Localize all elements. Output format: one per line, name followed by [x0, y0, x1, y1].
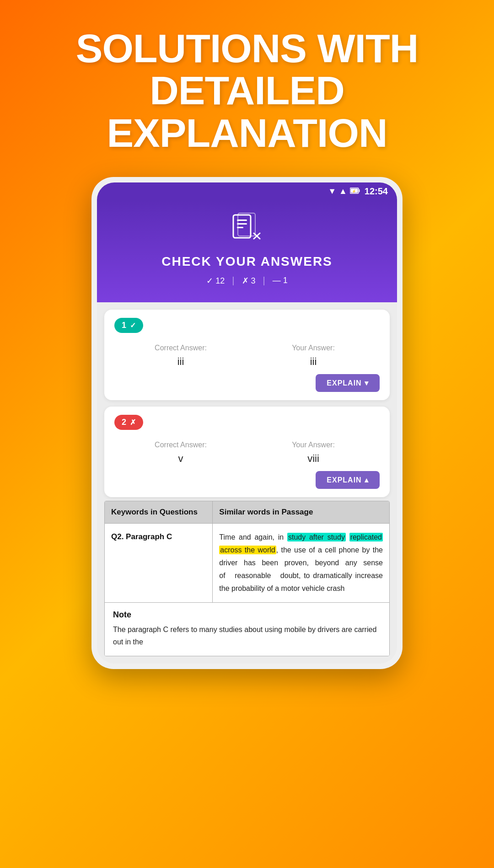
- battery-icon: ⚡: [350, 187, 360, 196]
- score-incorrect: ✗ 3: [242, 276, 256, 286]
- q1-status-icon: ✓: [130, 321, 136, 330]
- q1-badge: 1 ✓: [114, 318, 143, 333]
- note-title: Note: [113, 610, 381, 620]
- q2-explain-label: EXPLAIN: [327, 476, 361, 484]
- divider-2: |: [263, 275, 265, 286]
- q1-answers-row: Correct Answer: iii Your Answer: iii: [114, 344, 380, 368]
- wifi-icon: ▼: [328, 187, 336, 196]
- phone-inner: ▼ ▲ ⚡ 12:54: [97, 182, 397, 663]
- q1-your-label: Your Answer:: [247, 344, 380, 352]
- q2-status-icon: ✗: [130, 418, 136, 427]
- q2-your-col: Your Answer: viii: [247, 441, 380, 465]
- svg-rect-4: [233, 215, 251, 238]
- q2-explain-button[interactable]: EXPLAIN ▴: [316, 471, 380, 489]
- divider-1: |: [232, 275, 234, 286]
- q2-explain-chevron-up-icon: ▴: [365, 476, 369, 484]
- content-area: 1 ✓ Correct Answer: iii Your Answer: iii: [97, 302, 397, 663]
- explanation-table: Keywords in Questions Similar words in P…: [104, 501, 390, 656]
- phone-frame: ▼ ▲ ⚡ 12:54: [91, 177, 403, 669]
- q2-number: 2: [122, 418, 126, 427]
- score-correct: ✓ 12: [206, 276, 225, 286]
- q1-correct-value: iii: [114, 356, 247, 368]
- q2-correct-value: v: [114, 453, 247, 465]
- q1-correct-label: Correct Answer:: [114, 344, 247, 352]
- highlight-replicated: replicated: [349, 533, 383, 541]
- q2-answers-row: Correct Answer: v Your Answer: viii: [114, 441, 380, 465]
- col-similar-header: Similar words in Passage: [213, 501, 389, 523]
- status-time: 12:54: [365, 186, 388, 197]
- score-skipped: — 1: [273, 276, 288, 285]
- score-row: ✓ 12 | ✗ 3 | — 1: [206, 275, 287, 286]
- q1-correct-col: Correct Answer: iii: [114, 344, 247, 368]
- q2-correct-label: Correct Answer:: [114, 441, 247, 449]
- svg-rect-1: [359, 189, 360, 192]
- passage-cell: Time and again, in study after study rep…: [213, 524, 389, 602]
- q1-explain-label: EXPLAIN: [327, 379, 361, 387]
- question-2-card: 2 ✗ Correct Answer: v Your Answer: viii: [104, 407, 390, 497]
- note-section: Note The paragraph C refers to many stud…: [105, 602, 389, 655]
- app-header: CHECK YOUR ANSWERS ✓ 12 | ✗ 3 | — 1: [97, 200, 397, 302]
- q2-your-value: viii: [247, 453, 380, 465]
- status-bar: ▼ ▲ ⚡ 12:54: [97, 182, 397, 200]
- q1-explain-button[interactable]: EXPLAIN ▾: [316, 374, 380, 392]
- question-1-card: 1 ✓ Correct Answer: iii Your Answer: iii: [104, 310, 390, 400]
- svg-text:⚡: ⚡: [352, 189, 356, 193]
- header-title: CHECK YOUR ANSWERS: [161, 254, 333, 269]
- passage-text-1: Time and again, in: [219, 533, 287, 541]
- svg-rect-5: [237, 220, 247, 221]
- q1-your-value: iii: [247, 356, 380, 368]
- app-icon: [229, 211, 265, 248]
- table-row: Q2. Paragraph C Time and again, in study…: [105, 523, 389, 602]
- col-keywords-header: Keywords in Questions: [105, 501, 213, 523]
- q2-your-label: Your Answer:: [247, 441, 380, 449]
- highlight-study-after-study: study after study: [287, 533, 346, 541]
- q2-correct-col: Correct Answer: v: [114, 441, 247, 465]
- keywords-cell: Q2. Paragraph C: [105, 524, 213, 602]
- passage-text-2: [346, 533, 349, 541]
- q2-badge: 2 ✗: [114, 415, 143, 430]
- highlight-across-the-world: across the world: [219, 546, 276, 554]
- q1-explain-chevron-down-icon: ▾: [365, 379, 369, 387]
- q1-number: 1: [122, 321, 126, 330]
- signal-icon: ▲: [339, 187, 347, 196]
- q1-your-col: Your Answer: iii: [247, 344, 380, 368]
- table-header: Keywords in Questions Similar words in P…: [105, 501, 389, 523]
- hero-title: SOLUTIONS WITH DETAILED EXPLANATION: [0, 0, 494, 177]
- note-text: The paragraph C refers to many studies a…: [113, 623, 381, 648]
- svg-rect-6: [237, 223, 247, 225]
- status-icons: ▼ ▲ ⚡: [328, 187, 360, 196]
